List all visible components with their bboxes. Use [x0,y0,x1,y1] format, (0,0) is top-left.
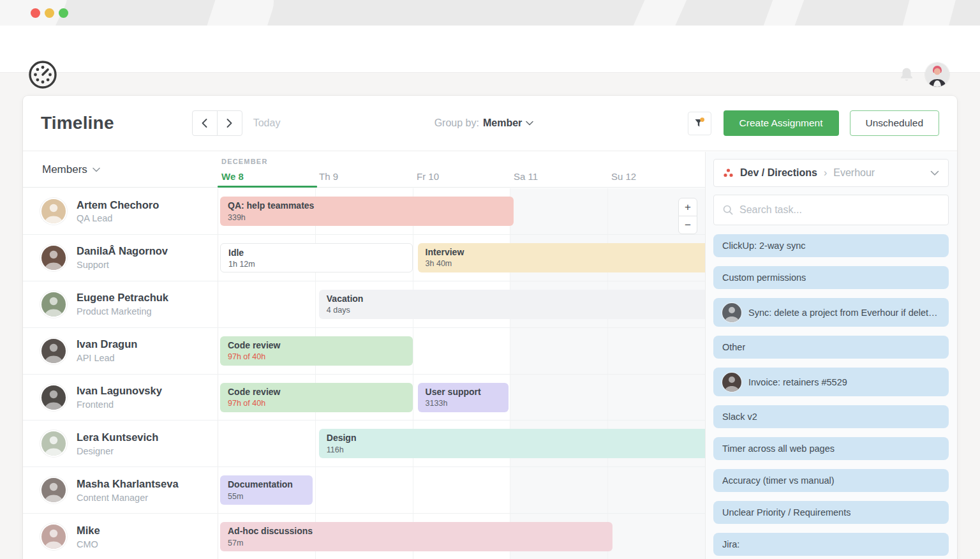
day-header-sa11: Sa 11 [514,171,538,182]
task-item[interactable]: Custom permissions [713,266,949,289]
chevron-down-icon [526,121,533,126]
timeline-zoom-control: + − [678,198,697,234]
window-close-button[interactable] [31,8,40,18]
assignment-time: 1h 12m [228,259,405,270]
task-item[interactable]: Jira: [713,533,949,556]
everhour-logo-icon[interactable] [28,60,57,92]
member-rows: Artem Chechoro QA Lead QA: help teammate… [23,188,705,559]
member-avatar [41,478,66,502]
brush-streak [198,0,281,26]
today-button[interactable]: Today [253,117,281,129]
window-minimize-button[interactable] [45,8,54,18]
assignment-bar[interactable]: User support 3133h [418,383,509,412]
search-input[interactable] [739,204,939,216]
project-selector[interactable]: Dev / Directions › Everhour [713,159,949,187]
task-item[interactable]: Accuracy (timer vs manual) [713,469,949,492]
task-label: Timer across all web pages [722,443,835,454]
filter-icon [694,117,705,129]
assignment-bar[interactable]: Code review 97h of 40h [220,336,413,366]
assignment-overtime: 97h of 40h [228,398,405,409]
assignment-bar[interactable]: Design 116h [319,429,705,458]
task-label: Jira: [722,539,739,549]
prev-period-button[interactable] [192,110,218,136]
date-nav [192,110,242,136]
notifications-bell-icon[interactable] [898,66,915,86]
assignment-title: Vacation [327,293,697,306]
task-item[interactable]: Timer across all web pages [713,437,949,460]
assignment-title: Interview [426,246,697,259]
task-item[interactable]: Invoice: retainers #5529 [713,368,949,396]
member-cell: Mike CMO [23,514,218,559]
task-label: Custom permissions [722,272,806,283]
task-label: Other [722,342,745,352]
create-assignment-button[interactable]: Create Assignment [724,110,839,136]
member-row: Ivan Dragun API Lead Code review 97h of … [23,328,705,375]
assignment-time: 116h [327,445,697,456]
browser-titlebar [0,0,980,26]
task-item[interactable]: ClickUp: 2-way sync [713,234,949,257]
timeline-panel: Timeline Today Group by: Member Create A… [23,96,957,559]
assignment-title: Documentation [228,479,305,491]
assignment-title: Code review [228,339,405,352]
zoom-in-button[interactable]: + [678,198,697,216]
assignment-bar[interactable]: Code review 97h of 40h [220,383,413,412]
window-zoom-button[interactable] [59,8,68,18]
assignment-bar[interactable]: Vacation 4 days [319,290,705,319]
member-name: Mike [77,523,100,539]
member-cell: Artem Chechoro QA Lead [23,188,218,234]
member-avatar [41,525,66,549]
brush-streak [750,0,811,26]
assignment-bar[interactable]: Documentation 55m [220,475,313,505]
member-row: Mike CMO Ad-hoc discussions 57m [23,514,705,559]
task-search [713,195,949,225]
member-row: DanilaÂ Nagornov Support Idle 1h 12m Int… [23,235,705,281]
assignments-cell: Vacation 4 days [218,281,705,327]
assignments-cell: Code review 97h of 40h User support 3133… [218,375,705,421]
task-label: Invoice: retainers #5529 [748,377,847,387]
task-item[interactable]: Slack v2 [713,405,949,428]
zoom-out-button[interactable]: − [678,216,697,234]
brush-streak [895,0,962,26]
page-title: Timeline [41,113,114,133]
search-icon [723,205,733,215]
member-avatar [41,199,66,223]
assignment-bar[interactable]: QA: help teammates 339h [220,197,514,226]
group-by-label: Group by: [434,117,479,129]
member-row: Eugene Petrachuk Product Marketing Vacat… [23,281,705,328]
grid-header: Members DECEMBER We 8 Th 9 Fr 10 Sa 11 S… [23,152,705,188]
assignment-time: 339h [228,212,506,223]
assignment-bar[interactable]: Idle 1h 12m [220,243,413,272]
member-role: Frontend [77,399,162,411]
member-row: Lera Kuntsevich Designer Design 116h [23,421,705,467]
day-header-we8: We 8 [221,171,244,182]
member-name: Masha Kharlantseva [77,477,179,492]
member-avatar [41,246,66,270]
group-by-control[interactable]: Group by: Member [434,117,534,129]
task-item[interactable]: Unclear Priority / Requirements [713,501,949,524]
assignment-bar[interactable]: Ad-hoc discussions 57m [220,522,612,551]
task-item[interactable]: Sync: delete a project from Everhour if … [713,298,949,327]
assignments-cell: Ad-hoc discussions 57m [218,514,705,559]
task-item[interactable]: Other [713,336,949,359]
assignment-time: 3133h [426,398,501,409]
member-name: DanilaÂ Nagornov [77,244,168,259]
assignments-cell: Documentation 55m [218,467,705,513]
group-by-value[interactable]: Member [483,117,522,129]
members-dropdown[interactable]: Members [42,152,100,188]
brush-streak [619,0,695,26]
filter-button[interactable] [688,112,711,135]
member-name: Ivan Dragun [77,337,137,352]
subproject-name: Everhour [833,167,924,179]
day-header-th9: Th 9 [319,171,338,182]
assignee-avatar [722,303,741,322]
unscheduled-button[interactable]: Unscheduled [850,110,939,136]
member-role: CMO [77,539,100,551]
assignee-avatar [722,373,741,392]
member-cell: Lera Kuntsevich Designer [23,421,218,466]
member-cell: Ivan Dragun API Lead [23,328,218,374]
user-avatar[interactable] [925,63,949,87]
tasks-sidebar: Dev / Directions › Everhour ClickUp: 2-w… [705,152,957,559]
next-period-button[interactable] [217,110,242,136]
assignment-bar[interactable]: Interview 3h 40m [418,243,705,272]
member-name: Artem Chechoro [77,198,159,213]
